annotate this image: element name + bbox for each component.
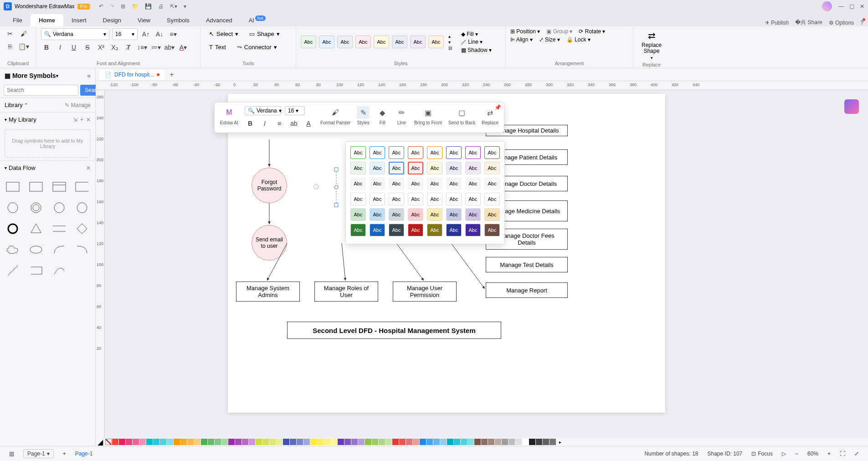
style-option[interactable]: Abc [484, 146, 500, 159]
style-option[interactable]: Abc [350, 208, 366, 221]
color-swatch[interactable] [283, 439, 289, 445]
color-swatch[interactable] [249, 439, 255, 445]
style-option[interactable]: Abc [484, 193, 500, 205]
text-tool[interactable]: T Text [205, 41, 230, 53]
color-swatch[interactable] [174, 439, 180, 445]
color-swatch[interactable] [256, 439, 262, 445]
color-swatch[interactable] [536, 439, 542, 445]
style-option[interactable]: Abc [446, 193, 462, 205]
font-grow-icon[interactable]: A↑ [140, 29, 151, 40]
save-icon[interactable]: 💾 [145, 3, 152, 10]
color-swatch[interactable] [426, 439, 433, 445]
align-menu-icon[interactable]: ≡▾ [168, 29, 179, 40]
style-option[interactable]: Abc [484, 208, 500, 221]
style-option[interactable]: Abc [350, 193, 366, 205]
shape-diamond[interactable] [73, 220, 91, 237]
color-swatch[interactable] [126, 439, 132, 445]
mini-format-painter[interactable]: 🖌Format Painter [320, 106, 350, 125]
color-swatch[interactable] [221, 439, 228, 445]
shape-forgot-password[interactable]: Forgot Password [252, 168, 287, 203]
styles-down-icon[interactable]: ▾ [448, 40, 452, 45]
copy-icon[interactable]: ⎘ [5, 41, 15, 52]
style-option[interactable]: Abc [370, 224, 385, 236]
color-swatch[interactable] [167, 439, 173, 445]
color-swatch[interactable] [508, 439, 515, 445]
options-button[interactable]: ⚙ Options [829, 20, 854, 26]
undo-icon[interactable]: ↶ [99, 3, 103, 10]
color-swatch[interactable] [495, 439, 501, 445]
selection-handle[interactable] [334, 203, 338, 207]
library-section[interactable]: Library ⌃ ✎ Manage [0, 97, 95, 112]
style-option[interactable]: Abc [446, 162, 462, 174]
shape-circle[interactable] [4, 200, 22, 216]
help-icon[interactable]: ? [860, 20, 863, 26]
color-swatch[interactable] [201, 439, 207, 445]
color-swatch[interactable] [112, 439, 118, 445]
color-swatch[interactable] [208, 439, 214, 445]
color-swatch[interactable] [269, 439, 276, 445]
color-swatch[interactable] [433, 439, 440, 445]
style-option[interactable]: Abc [484, 177, 500, 190]
pin-icon[interactable]: 📌 [494, 104, 501, 111]
shape-ellipse[interactable] [27, 241, 45, 258]
connector-add-handle[interactable] [313, 184, 319, 190]
shape-open-rect2[interactable] [27, 262, 45, 279]
style-swatch[interactable]: Abc [337, 36, 353, 48]
select-tool[interactable]: ↖ Select ▾ [205, 28, 242, 40]
style-swatch[interactable]: Abc [374, 36, 389, 48]
maximize-icon[interactable]: ▢ [849, 3, 854, 10]
dataflow-close-icon[interactable]: ✕ [86, 165, 91, 171]
color-swatch[interactable] [379, 439, 385, 445]
italic-icon[interactable]: I [55, 42, 66, 53]
color-swatch[interactable] [420, 439, 426, 445]
style-option[interactable]: Abc [465, 193, 481, 205]
color-swatch[interactable] [515, 439, 522, 445]
color-swatch[interactable] [338, 439, 344, 445]
focus-button[interactable]: ⊡ Focus [751, 451, 773, 457]
color-swatch[interactable] [399, 439, 406, 445]
manage-link[interactable]: ✎ Manage [65, 102, 91, 108]
bullets-icon[interactable]: ≔▾ [150, 42, 161, 53]
lock-menu[interactable]: 🔒 Lock ▾ [566, 36, 591, 43]
style-option[interactable]: Abc [427, 177, 442, 190]
selection-handle[interactable] [334, 185, 338, 189]
color-swatch[interactable] [317, 439, 324, 445]
bold-icon[interactable]: B [41, 42, 52, 53]
underline-icon[interactable]: U [68, 42, 79, 53]
color-swatch[interactable] [502, 439, 508, 445]
color-swatch[interactable] [235, 439, 241, 445]
subscript-icon[interactable]: X₂ [109, 42, 120, 53]
pages-icon[interactable]: ▥ [9, 451, 14, 457]
style-option[interactable]: Abc [408, 177, 423, 190]
line-menu[interactable]: ／ Line ▾ [461, 38, 492, 46]
library-drop-zone[interactable]: Drag symbols here to add to My Library [5, 129, 91, 158]
mini-bold-icon[interactable]: B [245, 118, 256, 129]
mini-styles[interactable]: ✎Styles [357, 106, 370, 125]
color-swatch[interactable] [447, 439, 453, 445]
color-swatch[interactable] [187, 439, 194, 445]
style-option[interactable]: Abc [370, 146, 385, 159]
color-more-icon[interactable]: ▸ [559, 440, 561, 445]
color-swatch[interactable] [242, 439, 248, 445]
shape-test-details[interactable]: Manage Test Details [486, 257, 568, 272]
shape-triangle[interactable] [27, 220, 45, 237]
styles-up-icon[interactable]: ▴ [448, 34, 452, 39]
symbol-search-input[interactable] [4, 85, 78, 96]
clear-format-icon[interactable]: T̸ [123, 42, 134, 53]
mini-size-select[interactable]: 16 ▾ [285, 106, 305, 115]
color-swatch[interactable] [139, 439, 146, 445]
lib-close-icon[interactable]: ✕ [86, 117, 91, 123]
group-menu[interactable]: ▣ Group ▾ [546, 28, 572, 35]
mini-send-back[interactable]: ▢Send to Back [448, 106, 475, 125]
font-color-icon[interactable]: A▾ [178, 42, 189, 53]
close-icon[interactable]: ✕ [860, 3, 864, 10]
page-selector[interactable]: Page-1 ▾ [23, 449, 54, 458]
position-menu[interactable]: ⊞ Position ▾ [510, 28, 540, 35]
shape-header-rect[interactable] [50, 179, 68, 195]
tab-file[interactable]: File [5, 14, 31, 26]
minimize-icon[interactable]: — [838, 3, 844, 10]
page-tab[interactable]: Page-1 [75, 451, 93, 457]
style-option[interactable]: Abc [370, 193, 385, 205]
fullscreen-button[interactable]: ⤢ [854, 451, 859, 457]
color-swatch[interactable] [406, 439, 412, 445]
